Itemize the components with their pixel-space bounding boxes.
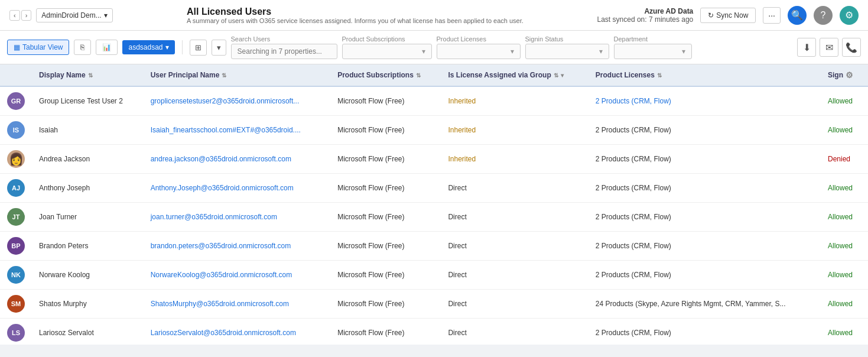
upn-cell: Isaiah_fineartsschool.com#EXT#@o365droid… xyxy=(144,116,331,145)
chevron-down-icon: ▾ xyxy=(682,47,685,56)
product-sub-dropdown[interactable]: ▾ xyxy=(342,44,432,59)
nav-arrows: ‹ › xyxy=(9,10,31,21)
display-name-cell: Group License Test User 2 xyxy=(32,86,144,116)
signin-status-group: Signin Status ▾ xyxy=(525,35,609,59)
toolbar-actions: ⬇ ✉ 📞 xyxy=(797,38,861,57)
table-row: LSLariosoz ServalotLariosozServalot@o365… xyxy=(0,319,868,345)
table-row: AJAnthony JosephAnthony.Joseph@o365droid… xyxy=(0,174,868,203)
page-title: All Licensed Users xyxy=(187,7,524,17)
dropdown-icon: ▾ xyxy=(217,43,221,52)
email-button[interactable]: ✉ xyxy=(820,38,838,57)
dept-dropdown[interactable]: ▾ xyxy=(614,44,692,59)
license-group-cell: Direct xyxy=(441,319,588,345)
page-subtitle: A summary of users with O365 service lic… xyxy=(187,17,524,24)
phone-button[interactable]: 📞 xyxy=(842,38,861,57)
sign-cell: Allowed xyxy=(821,116,868,145)
sort-display-name-icon[interactable]: ⇅ xyxy=(88,72,93,79)
avatar: JT xyxy=(7,208,25,226)
avatar: GR xyxy=(7,92,25,110)
sort-product-lic-icon[interactable]: ⇅ xyxy=(657,72,662,79)
product-lic-dropdown[interactable]: ▾ xyxy=(437,44,521,59)
product-lic-cell: 24 Products (Skype, Azure Rights Mgmt, C… xyxy=(589,290,821,319)
help-button[interactable]: ? xyxy=(814,6,833,25)
group-dropdown[interactable]: asdsadsad ▾ xyxy=(122,40,174,54)
product-lic-group: Product Licenses ▾ xyxy=(437,35,521,59)
filter-extra-button[interactable]: ▾ xyxy=(212,40,226,56)
table-row: BPBrandon Petersbrandon.peters@o365droid… xyxy=(0,232,868,261)
license-group-cell: Direct xyxy=(441,290,588,319)
table-body: GRGroup License Test User 2groplicensete… xyxy=(0,86,868,345)
col-sign: Sign ⚙ xyxy=(821,64,868,86)
product-lic-cell: 2 Products (CRM, Flow) xyxy=(589,116,821,145)
filter-button[interactable]: ⊞ xyxy=(190,40,207,56)
chevron-down-icon: ▾ xyxy=(165,43,169,51)
sign-cell: Denied xyxy=(821,145,868,174)
dept-group: Department ▾ xyxy=(614,35,692,59)
users-table: Display Name ⇅ User Principal Name ⇅ Pro… xyxy=(0,64,868,345)
avatar: IS xyxy=(7,121,25,139)
avatar-cell: BP xyxy=(0,232,32,261)
avatar: SM xyxy=(7,295,25,313)
table-row: JTJoan Turnerjoan.turner@o365droid.onmic… xyxy=(0,203,868,232)
nav-back-button[interactable]: ‹ xyxy=(9,10,20,21)
table-row: SMShatos MurphyShatosMurphy@o365droid.on… xyxy=(0,290,868,319)
sign-cell: Allowed xyxy=(821,86,868,116)
search-button[interactable]: 🔍 xyxy=(788,6,807,25)
group-copy-button[interactable]: ⎘ xyxy=(74,40,91,55)
table-row: 👩Andrea Jacksonandrea.jackson@o365droid.… xyxy=(0,145,868,174)
column-settings-icon[interactable]: ⚙ xyxy=(846,70,853,80)
avatar-cell: JT xyxy=(0,203,32,232)
more-options-button[interactable]: ··· xyxy=(763,7,781,24)
license-group-cell: Direct xyxy=(441,203,588,232)
avatar-cell: 👩 xyxy=(0,145,32,174)
tabular-view-button[interactable]: ▦ Tabular View xyxy=(7,40,69,55)
sign-cell: Allowed xyxy=(821,203,868,232)
settings-button[interactable]: ⚙ xyxy=(840,6,859,25)
app-selector[interactable]: AdminDroid Dem... ▾ xyxy=(36,8,113,22)
toolbar-divider xyxy=(182,40,183,54)
avatar: NK xyxy=(7,266,25,284)
upn-cell: LariosozServalot@o365droid.onmicrosoft.c… xyxy=(144,319,331,345)
product-sub-cell: Microsoft Flow (Free) xyxy=(330,116,441,145)
product-sub-cell: Microsoft Flow (Free) xyxy=(330,290,441,319)
license-group-cell: Inherited xyxy=(441,145,588,174)
topbar: ‹ › AdminDroid Dem... ▾ All Licensed Use… xyxy=(0,0,868,31)
dept-label: Department xyxy=(614,35,692,43)
upn-cell: NorwareKoolog@o365droid.onmicrosoft.com xyxy=(144,261,331,290)
table-header-row: Display Name ⇅ User Principal Name ⇅ Pro… xyxy=(0,64,868,86)
display-name-cell: Shatos Murphy xyxy=(32,290,144,319)
signin-dropdown[interactable]: ▾ xyxy=(525,44,609,59)
product-lic-label: Product Licenses xyxy=(437,35,521,43)
upn-cell: joan.turner@o365droid.onmicrosoft.com xyxy=(144,203,331,232)
sort-product-sub-icon[interactable]: ⇅ xyxy=(416,72,421,79)
license-group-cell: Inherited xyxy=(441,116,588,145)
upn-cell: brandon.peters@o365droid.onmicrosoft.com xyxy=(144,232,331,261)
product-sub-cell: Microsoft Flow (Free) xyxy=(330,319,441,345)
search-input[interactable] xyxy=(231,44,337,59)
sort-upn-icon[interactable]: ⇅ xyxy=(222,72,226,79)
avatar-cell: LS xyxy=(0,319,32,345)
sync-now-button[interactable]: ↻ Sync Now xyxy=(700,8,756,23)
sort-license-group-icon[interactable]: ⇅ xyxy=(554,72,558,79)
avatar: BP xyxy=(7,237,25,255)
display-name-cell: Norware Koolog xyxy=(32,261,144,290)
download-button[interactable]: ⬇ xyxy=(797,38,816,57)
product-sub-group: Product Subscriptions ▾ xyxy=(342,35,432,59)
filter-license-group-icon[interactable]: ▾ xyxy=(561,72,564,79)
display-name-cell: Anthony Joseph xyxy=(32,174,144,203)
sync-btn-label: Sync Now xyxy=(716,11,748,20)
col-display-name: Display Name ⇅ xyxy=(32,64,144,86)
avatar-cell: NK xyxy=(0,261,32,290)
copy-icon: ⎘ xyxy=(80,43,84,51)
upn-cell: groplicensetestuser2@o365droid.onmicroso… xyxy=(144,86,331,116)
download-icon: ⬇ xyxy=(803,42,811,53)
product-sub-cell: Microsoft Flow (Free) xyxy=(330,232,441,261)
avatar-cell: GR xyxy=(0,86,32,116)
nav-forward-button[interactable]: › xyxy=(21,10,32,21)
sign-cell: Allowed xyxy=(821,261,868,290)
sign-cell: Allowed xyxy=(821,290,868,319)
chart-button[interactable]: 📊 xyxy=(96,40,118,55)
upn-cell: ShatosMurphy@o365droid.onmicrosoft.com xyxy=(144,290,331,319)
sync-icon: ↻ xyxy=(708,11,714,20)
upn-cell: andrea.jackson@o365droid.onmicrosoft.com xyxy=(144,145,331,174)
